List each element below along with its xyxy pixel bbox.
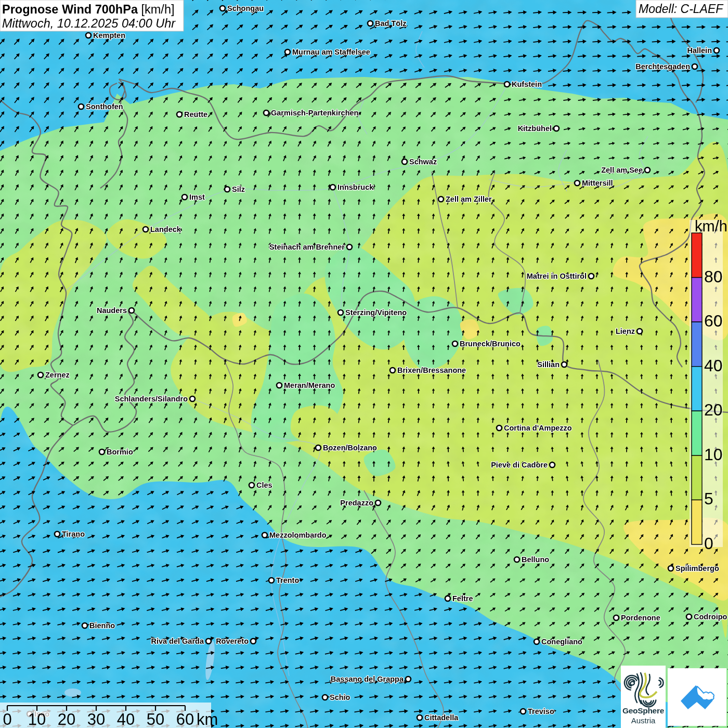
svg-text:Hallein: Hallein [687,46,712,55]
svg-text:Reutte: Reutte [184,110,207,119]
svg-text:20: 20 [58,710,75,728]
svg-text:Sonthofen: Sonthofen [86,102,123,111]
svg-text:Garmisch-Partenkirchen: Garmisch-Partenkirchen [271,109,358,117]
svg-text:Austria: Austria [631,716,656,725]
svg-text:Mittwoch, 10.12.2025 04:00 Uhr: Mittwoch, 10.12.2025 04:00 Uhr [2,17,176,30]
svg-text:Imst: Imst [189,193,205,201]
svg-text:Sterzing/Vipiteno: Sterzing/Vipiteno [345,308,407,317]
svg-text:Schongau: Schongau [227,4,264,12]
svg-text:Bozen/Bolzano: Bozen/Bolzano [323,444,377,452]
svg-text:Zell am See: Zell am See [601,166,643,174]
svg-text:Sillian: Sillian [537,360,560,369]
svg-text:40: 40 [704,356,723,375]
svg-text:10: 10 [704,445,723,464]
svg-text:Conegliano: Conegliano [541,638,582,646]
svg-text:Bad Tölz: Bad Tölz [375,19,406,28]
svg-text:Cittadella: Cittadella [424,713,459,722]
svg-text:Bruneck/Brunico: Bruneck/Brunico [460,340,521,348]
svg-text:10: 10 [28,710,46,728]
svg-text:Pordenone: Pordenone [621,614,660,622]
svg-text:Predazzo: Predazzo [340,499,373,507]
svg-text:Codroipo: Codroipo [694,613,727,621]
svg-text:60: 60 [176,710,194,728]
svg-text:Modell: C-LAEF: Modell: C-LAEF [639,2,724,16]
svg-text:km: km [197,710,218,728]
svg-text:Bassano del Grappa: Bassano del Grappa [331,675,404,683]
svg-text:GeoSphere: GeoSphere [622,706,665,715]
svg-text:50: 50 [147,710,164,728]
svg-text:Matrei in Osttirol: Matrei in Osttirol [527,272,587,280]
svg-text:Schio: Schio [330,693,350,701]
svg-text:Lienz: Lienz [616,327,635,335]
svg-text:Nauders: Nauders [97,306,127,315]
svg-text:Zernez: Zernez [45,371,70,379]
svg-text:Murnau am Staffelsee: Murnau am Staffelsee [292,48,370,56]
svg-text:40: 40 [117,710,135,728]
svg-text:Pieve di Cadore: Pieve di Cadore [491,461,548,469]
svg-text:Meran/Merano: Meran/Merano [284,381,335,389]
svg-text:0: 0 [704,534,713,553]
svg-text:Silz: Silz [232,185,245,193]
svg-text:Schlanders/Silandro: Schlanders/Silandro [115,395,188,403]
svg-text:80: 80 [704,267,723,286]
svg-text:Trento: Trento [276,576,299,584]
svg-text:Treviso: Treviso [528,707,554,716]
svg-text:Tirano: Tirano [62,530,85,538]
svg-text:Bormio: Bormio [107,448,133,456]
svg-text:Rovereto: Rovereto [216,637,249,645]
svg-text:Feltre: Feltre [452,594,473,603]
svg-text:Mezzolombardo: Mezzolombardo [269,531,327,539]
svg-text:Innsbruck: Innsbruck [337,183,374,191]
svg-text:Kufstein: Kufstein [512,80,542,88]
svg-text:Prognose Wind 700hPa [km/h]: Prognose Wind 700hPa [km/h] [2,3,174,16]
svg-text:Brixen/Bressanone: Brixen/Bressanone [397,366,466,374]
svg-text:Spilimbergo: Spilimbergo [675,564,719,573]
svg-text:km/h: km/h [695,218,727,235]
svg-text:5: 5 [704,489,713,508]
svg-text:Cles: Cles [256,481,272,489]
svg-text:60: 60 [704,311,723,330]
svg-text:Mittersill: Mittersill [582,179,613,187]
svg-text:Steinach am Brenner: Steinach am Brenner [269,243,345,251]
svg-text:Cortina d'Ampezzo: Cortina d'Ampezzo [504,424,572,432]
svg-text:Kempten: Kempten [93,31,125,40]
svg-text:Berchtesgaden: Berchtesgaden [635,62,690,71]
svg-text:Zell am Ziller: Zell am Ziller [446,195,492,203]
svg-text:Schwaz: Schwaz [409,158,437,166]
svg-text:Landeck: Landeck [150,225,181,233]
svg-text:20: 20 [704,400,723,419]
svg-text:Riva del Garda: Riva del Garda [151,637,204,645]
svg-text:Kitzbühel: Kitzbühel [518,124,552,133]
svg-text:30: 30 [87,710,105,728]
svg-text:Bienno: Bienno [89,621,115,630]
svg-text:Belluno: Belluno [522,555,549,564]
svg-text:0: 0 [3,710,11,728]
